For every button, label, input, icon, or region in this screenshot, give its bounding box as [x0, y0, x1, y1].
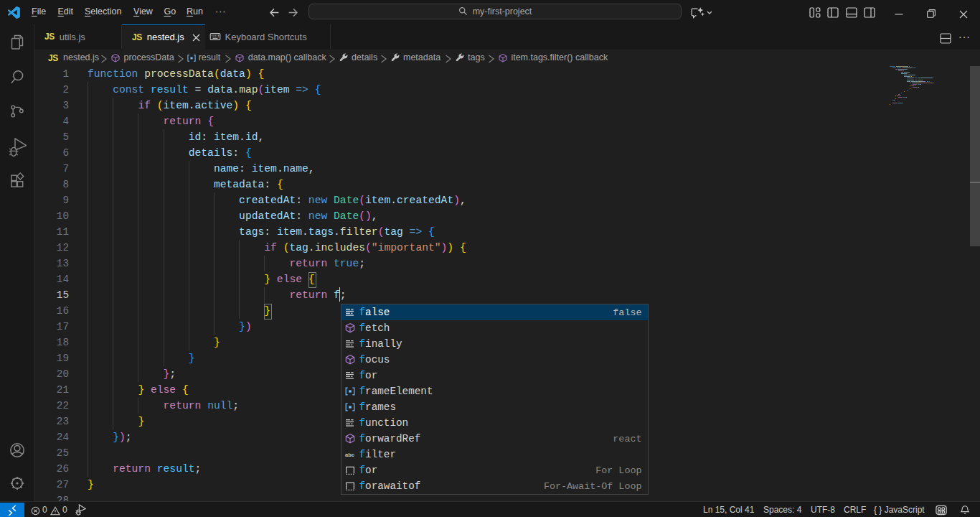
svg-text:abc: abc [345, 452, 354, 458]
